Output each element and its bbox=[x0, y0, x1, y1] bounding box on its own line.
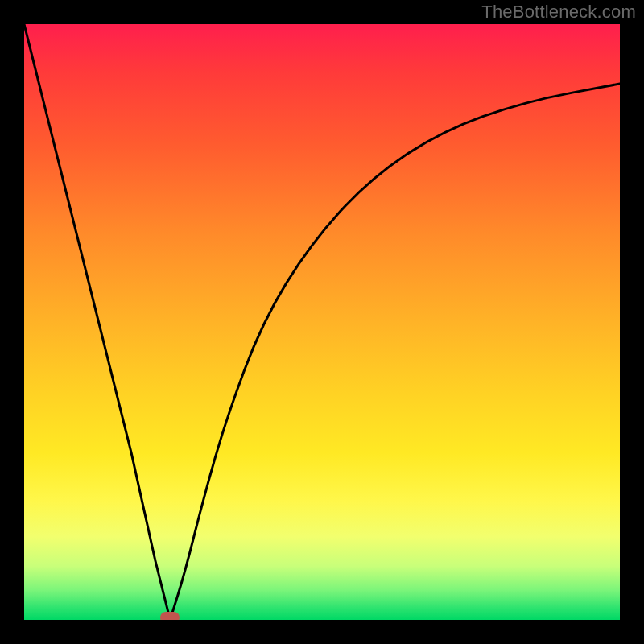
optimal-marker bbox=[160, 612, 180, 620]
chart-frame: TheBottleneck.com bbox=[0, 0, 644, 644]
bottleneck-curve bbox=[24, 24, 620, 620]
plot-area bbox=[24, 24, 620, 620]
curve-path bbox=[24, 24, 620, 620]
watermark-text: TheBottleneck.com bbox=[481, 2, 636, 23]
